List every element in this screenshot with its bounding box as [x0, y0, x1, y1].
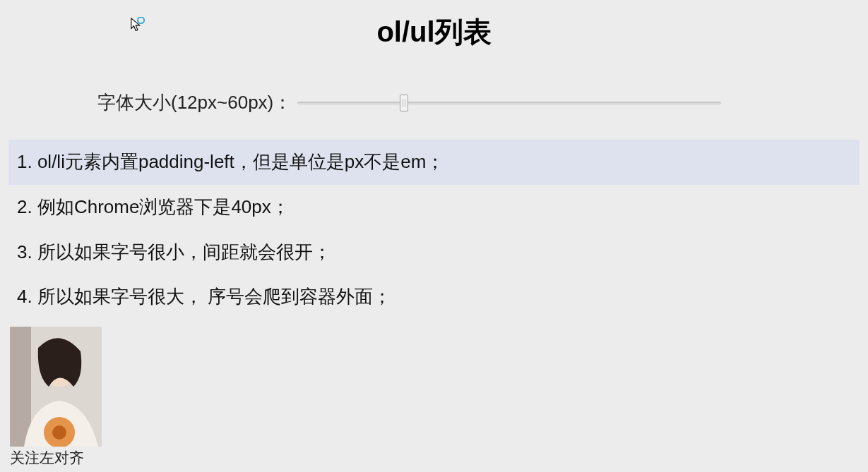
- list-item: 4. 所以如果字号很大， 序号会爬到容器外面；: [8, 274, 860, 320]
- slider-thumb[interactable]: [400, 95, 408, 111]
- list-item: 2. 例如Chrome浏览器下是40px；: [8, 185, 860, 230]
- ordered-list: 1. ol/li元素内置padding-left，但是单位是px不是em； 2.…: [8, 140, 860, 320]
- svg-rect-2: [10, 327, 31, 447]
- font-size-control: 字体大小(12px~60px)：: [97, 90, 868, 115]
- page-title: ol/ul列表: [0, 0, 868, 52]
- footer-caption: 关注左对齐: [10, 448, 102, 468]
- list-item: 1. ol/li元素内置padding-left，但是单位是px不是em；: [8, 140, 860, 185]
- font-size-slider[interactable]: [297, 102, 721, 104]
- avatar: [10, 327, 102, 447]
- slider-label: 字体大小(12px~60px)：: [97, 90, 292, 115]
- svg-point-5: [52, 425, 66, 440]
- footer-block: 关注左对齐: [10, 327, 102, 468]
- list-item: 3. 所以如果字号很小，间距就会很开；: [8, 230, 860, 275]
